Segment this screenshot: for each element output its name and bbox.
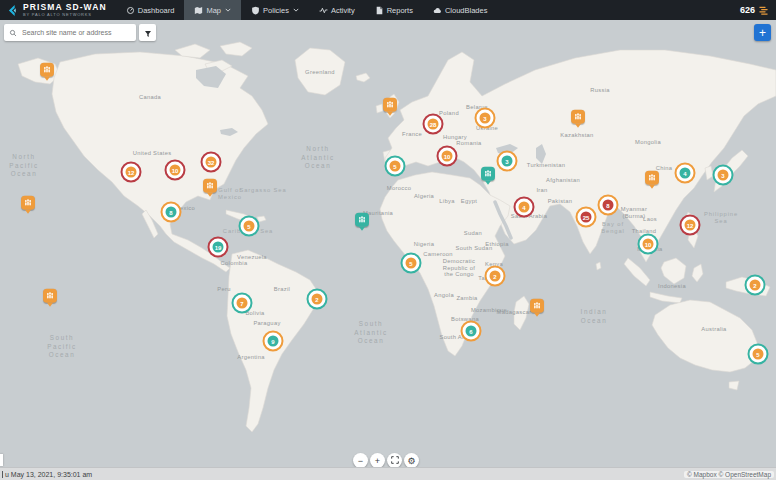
nav-item-label: Map [206, 6, 221, 15]
site-pin[interactable] [530, 299, 544, 317]
site-cluster[interactable]: 28 [423, 114, 444, 135]
map-timestamp: u May 13, 2021, 9:35:01 am [5, 471, 92, 478]
site-cluster[interactable]: 3 [713, 165, 734, 186]
filter-button[interactable] [139, 24, 156, 41]
site-pin-icon [40, 63, 54, 77]
site-cluster[interactable]: 2 [745, 275, 766, 296]
site-pin-icon [530, 299, 544, 313]
nav-item-policies[interactable]: Policies [241, 0, 309, 20]
site-cluster[interactable]: 4 [514, 197, 535, 218]
world-map[interactable]: North Pacific OceanNorth Atlantic OceanS… [0, 20, 776, 467]
brand-logo: PRISMASD-WAN BY PALO ALTO NETWORKS [0, 0, 116, 20]
cluster-count: 2 [311, 293, 323, 305]
site-pin-icon [383, 98, 397, 112]
site-cluster[interactable]: 3 [475, 108, 496, 129]
cluster-count: 28 [427, 118, 439, 130]
site-cluster[interactable]: 32 [201, 152, 222, 173]
pin-tail [25, 210, 31, 214]
search-input[interactable] [20, 28, 131, 37]
add-site-button[interactable]: + [754, 24, 771, 41]
timeline-handle[interactable] [0, 454, 3, 466]
cluster-count: 3 [501, 155, 513, 167]
site-cluster[interactable]: 9 [263, 331, 284, 352]
site-pin[interactable] [43, 289, 57, 307]
map-attribution: © Mapbox © OpenStreetMap [684, 471, 774, 478]
fit-bounds-button[interactable] [387, 453, 402, 467]
map-icon [194, 6, 203, 15]
map-settings-button[interactable]: ⚙ [404, 453, 419, 467]
site-pin[interactable] [355, 213, 369, 231]
site-cluster[interactable]: 2 [307, 289, 328, 310]
dashboard-icon [126, 6, 135, 15]
pin-tail [359, 227, 365, 231]
cluster-count: 10 [441, 150, 453, 162]
site-cluster[interactable]: 5 [748, 344, 769, 365]
nav-item-label: CloudBlades [445, 6, 488, 15]
pin-tail [47, 303, 53, 307]
site-cluster[interactable]: 5 [239, 216, 260, 237]
nav-item-cloudblades[interactable]: CloudBlades [423, 0, 498, 20]
site-pin[interactable] [21, 196, 35, 214]
site-pin[interactable] [383, 98, 397, 116]
fit-icon [391, 456, 399, 466]
nav-item-dashboard[interactable]: Dashboard [116, 0, 185, 20]
cluster-count: 25 [580, 211, 592, 223]
site-pin-icon [203, 179, 217, 193]
alarms-icon [758, 5, 769, 16]
cluster-count: 7 [236, 297, 248, 309]
site-cluster[interactable]: 12 [680, 215, 701, 236]
site-search[interactable] [4, 24, 136, 41]
zoom-out-button[interactable]: − [353, 453, 368, 467]
site-cluster[interactable]: 25 [576, 207, 597, 228]
nav-item-map[interactable]: Map [184, 0, 241, 20]
site-cluster[interactable]: 6 [461, 321, 482, 342]
zoom-in-button[interactable]: + [370, 453, 385, 467]
site-pin[interactable] [481, 167, 495, 185]
site-cluster[interactable]: 8 [161, 202, 182, 223]
map-landmasses [0, 20, 776, 467]
nav-item-label: Activity [331, 6, 355, 15]
site-pin[interactable] [571, 110, 585, 128]
cluster-count: 3 [717, 169, 729, 181]
nav-item-reports[interactable]: Reports [365, 0, 423, 20]
cluster-count: 12 [684, 219, 696, 231]
brand-text: PRISMASD-WAN BY PALO ALTO NETWORKS [23, 3, 107, 17]
status-bar: u May 13, 2021, 9:35:01 am © Mapbox © Op… [0, 467, 776, 480]
timeline-tick [2, 471, 3, 478]
nav-menu: DashboardMapPoliciesActivityReportsCloud… [116, 0, 498, 20]
site-pin-icon [355, 213, 369, 227]
nav-item-label: Dashboard [138, 6, 175, 15]
cluster-count: 10 [642, 238, 654, 250]
search-icon [9, 29, 17, 37]
site-pin-icon [21, 196, 35, 210]
cluster-count: 5 [243, 220, 255, 232]
site-cluster[interactable]: 12 [121, 162, 142, 183]
site-cluster[interactable]: 5 [401, 253, 422, 274]
cluster-count: 10 [169, 164, 181, 176]
site-pin-icon [571, 110, 585, 124]
cluster-count: 4 [679, 167, 691, 179]
site-cluster[interactable]: 3 [497, 151, 518, 172]
site-cluster[interactable]: 19 [208, 237, 229, 258]
alarm-indicator[interactable]: 626 [740, 0, 776, 20]
nav-item-label: Policies [263, 6, 289, 15]
prisma-logo-icon [6, 4, 19, 17]
site-cluster[interactable]: 10 [638, 234, 659, 255]
site-cluster[interactable]: 2 [485, 266, 506, 287]
site-cluster[interactable]: 10 [165, 160, 186, 181]
nav-item-activity[interactable]: Activity [309, 0, 365, 20]
site-cluster[interactable]: 4 [675, 163, 696, 184]
cluster-count: 19 [212, 241, 224, 253]
pin-tail [207, 193, 213, 197]
site-cluster[interactable]: 10 [437, 146, 458, 167]
site-cluster[interactable]: 7 [232, 293, 253, 314]
pin-tail [485, 181, 491, 185]
cluster-count: 9 [267, 335, 279, 347]
site-pin[interactable] [40, 63, 54, 81]
site-cluster[interactable]: 8 [598, 195, 619, 216]
site-pin[interactable] [645, 171, 659, 189]
activity-icon [319, 6, 328, 15]
site-pin[interactable] [203, 179, 217, 197]
site-pin-icon [43, 289, 57, 303]
site-cluster[interactable]: 5 [385, 156, 406, 177]
